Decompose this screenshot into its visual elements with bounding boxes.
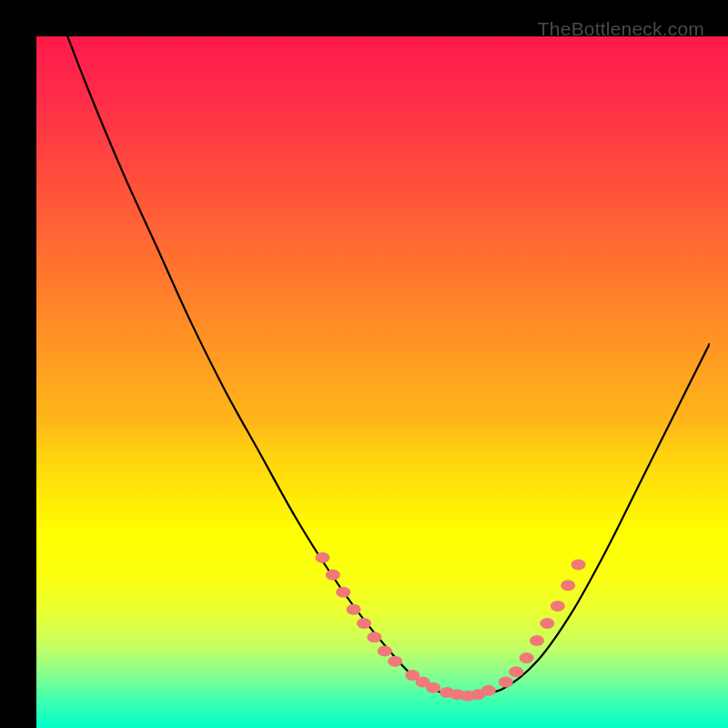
data-marker — [571, 559, 586, 570]
data-marker — [357, 618, 371, 629]
watermark-text: TheBottleneck.com — [538, 18, 704, 40]
data-marker — [509, 666, 523, 677]
data-marker — [315, 552, 329, 563]
marker-group — [315, 552, 585, 702]
data-markers — [18, 18, 710, 710]
data-marker — [336, 587, 350, 598]
data-marker — [378, 645, 392, 656]
chart-frame: TheBottleneck.com — [18, 18, 710, 710]
data-marker — [426, 682, 440, 693]
data-marker — [481, 685, 496, 696]
data-marker — [520, 652, 534, 663]
data-marker — [530, 635, 544, 646]
data-marker — [367, 632, 381, 642]
data-marker — [326, 570, 340, 581]
data-marker — [388, 656, 402, 667]
data-marker — [347, 604, 361, 615]
data-marker — [561, 580, 575, 591]
data-marker — [540, 618, 554, 629]
data-marker — [551, 601, 565, 612]
data-marker — [499, 677, 513, 688]
